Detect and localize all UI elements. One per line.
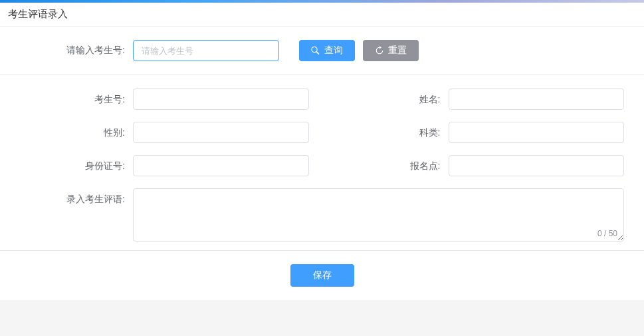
candidate-no-search-input[interactable] (133, 40, 279, 61)
reset-button-label: 重置 (388, 45, 407, 57)
query-button[interactable]: 查询 (299, 40, 355, 61)
footer: 保存 (0, 250, 644, 300)
comment-label: 录入考生评语: (20, 188, 133, 210)
reg-point-label: 报名点: (336, 155, 449, 176)
name-field[interactable] (449, 88, 625, 110)
comment-textarea[interactable] (133, 188, 624, 242)
page-title: 考生评语录入 (0, 3, 644, 27)
gender-field[interactable] (133, 122, 309, 143)
search-section: 请输入考生号: 查询 重置 (0, 27, 644, 75)
id-no-label: 身份证号: (20, 155, 133, 176)
candidate-no-label: 考生号: (20, 88, 133, 110)
id-no-field[interactable] (133, 155, 309, 176)
form-section: 考生号: 姓名: 性别: 科类: 身份证号: 报名点: 录入考生评语: 0 (0, 75, 644, 250)
subject-label: 科类: (336, 122, 449, 143)
refresh-icon (375, 46, 384, 55)
gender-label: 性别: (20, 122, 133, 143)
reg-point-field[interactable] (449, 155, 625, 176)
search-label: 请输入考生号: (66, 45, 133, 57)
name-label: 姓名: (336, 88, 449, 110)
search-icon (311, 46, 320, 55)
candidate-no-field[interactable] (133, 88, 309, 110)
query-button-label: 查询 (324, 45, 343, 57)
save-button[interactable]: 保存 (290, 264, 354, 287)
reset-button[interactable]: 重置 (363, 40, 419, 61)
subject-field[interactable] (449, 122, 625, 143)
